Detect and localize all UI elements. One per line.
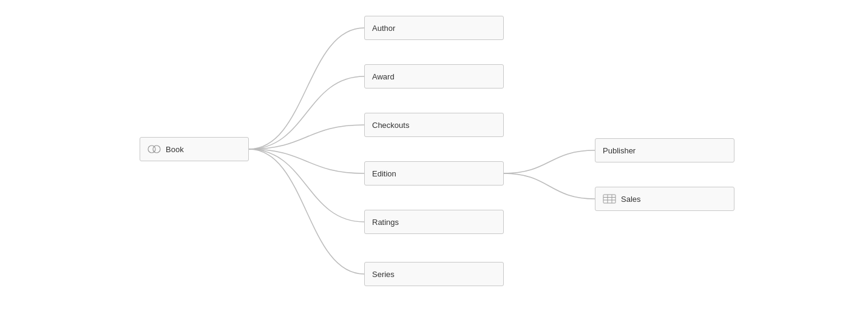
node-checkouts[interactable]: Checkouts bbox=[364, 113, 504, 137]
node-sales[interactable]: Sales bbox=[595, 187, 734, 211]
node-publisher-label: Publisher bbox=[603, 146, 636, 155]
node-publisher[interactable]: Publisher bbox=[595, 138, 734, 162]
node-checkouts-label: Checkouts bbox=[372, 121, 409, 130]
node-book-label: Book bbox=[166, 145, 184, 154]
node-ratings[interactable]: Ratings bbox=[364, 210, 504, 234]
svg-point-1 bbox=[153, 145, 160, 153]
node-series-label: Series bbox=[372, 270, 395, 279]
node-book[interactable]: Book bbox=[140, 137, 249, 161]
node-edition-label: Edition bbox=[372, 169, 396, 178]
svg-rect-2 bbox=[603, 195, 615, 203]
table-icon bbox=[603, 194, 616, 204]
node-sales-label: Sales bbox=[621, 195, 641, 204]
diagram-container: Book Author Award Checkouts Edition Rati… bbox=[0, 0, 868, 311]
node-edition[interactable]: Edition bbox=[364, 161, 504, 186]
node-series[interactable]: Series bbox=[364, 262, 504, 286]
node-award[interactable]: Award bbox=[364, 64, 504, 89]
node-author-label: Author bbox=[372, 24, 395, 33]
node-ratings-label: Ratings bbox=[372, 218, 399, 227]
node-author[interactable]: Author bbox=[364, 16, 504, 40]
circles-icon bbox=[147, 144, 161, 154]
node-award-label: Award bbox=[372, 72, 395, 81]
